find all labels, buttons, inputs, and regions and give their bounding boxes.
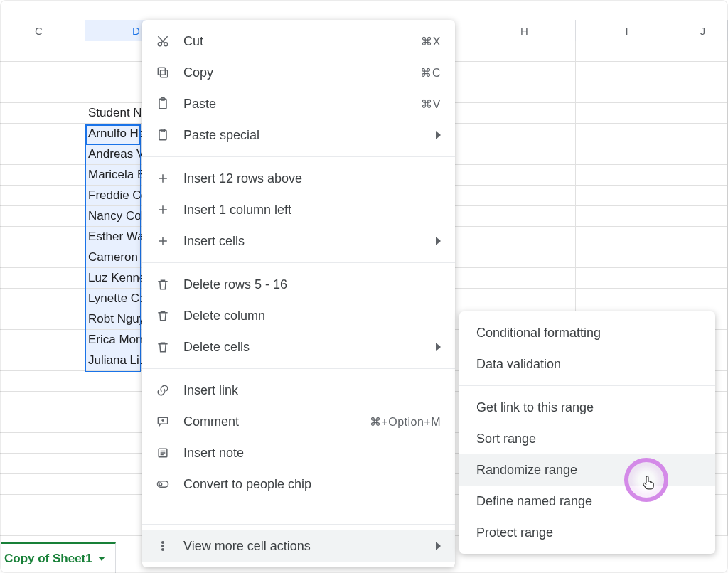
cell[interactable] <box>678 165 728 186</box>
cell[interactable] <box>0 454 85 474</box>
menu-label: Define named range <box>476 494 701 509</box>
context-submenu[interactable]: Conditional formatting Data validation G… <box>459 311 715 554</box>
menu-divider <box>142 524 455 525</box>
cell[interactable] <box>576 103 678 124</box>
cell[interactable] <box>0 330 85 350</box>
menu-comment[interactable]: Comment ⌘+Option+M <box>142 406 455 437</box>
cell[interactable] <box>678 62 728 82</box>
cell[interactable] <box>0 124 85 144</box>
menu-label: Delete cells <box>183 340 427 355</box>
submenu-conditional-formatting[interactable]: Conditional formatting <box>459 317 715 348</box>
column-header[interactable]: C <box>0 20 85 41</box>
submenu-data-validation[interactable]: Data validation <box>459 348 715 380</box>
cell[interactable] <box>0 371 85 392</box>
cell[interactable] <box>0 82 85 103</box>
cell[interactable] <box>0 495 85 515</box>
context-menu[interactable]: Cut ⌘X Copy ⌘C Paste ⌘V Paste special <box>142 20 455 567</box>
cell[interactable] <box>0 41 85 62</box>
cell[interactable] <box>473 41 576 62</box>
cell[interactable] <box>0 144 85 165</box>
cell[interactable] <box>576 41 678 62</box>
menu-insert-rows[interactable]: Insert 12 rows above <box>142 163 455 194</box>
menu-view-more-cell-actions[interactable]: View more cell actions <box>142 530 455 562</box>
cell[interactable] <box>576 247 678 268</box>
cell[interactable] <box>678 206 728 227</box>
cell[interactable] <box>678 124 728 144</box>
menu-insert-cells[interactable]: Insert cells <box>142 225 455 257</box>
cell[interactable] <box>576 289 678 309</box>
cell[interactable] <box>0 165 85 186</box>
cell[interactable] <box>0 186 85 206</box>
menu-insert-link[interactable]: Insert link <box>142 375 455 406</box>
menu-paste[interactable]: Paste ⌘V <box>142 88 455 119</box>
cell[interactable] <box>576 227 678 247</box>
menu-delete-rows[interactable]: Delete rows 5 - 16 <box>142 269 455 300</box>
cell[interactable] <box>0 515 85 536</box>
menu-label: Protect range <box>476 525 701 540</box>
cell[interactable] <box>576 82 678 103</box>
cell[interactable] <box>0 206 85 227</box>
cell[interactable] <box>473 144 576 165</box>
cell[interactable] <box>473 82 576 103</box>
cell[interactable] <box>576 206 678 227</box>
cell[interactable] <box>0 103 85 124</box>
cell[interactable] <box>576 144 678 165</box>
cell[interactable] <box>678 186 728 206</box>
menu-delete-column[interactable]: Delete column <box>142 300 455 331</box>
cell[interactable] <box>678 227 728 247</box>
cell[interactable] <box>576 186 678 206</box>
submenu-randomize-range[interactable]: Randomize range <box>459 454 715 486</box>
cell[interactable] <box>678 247 728 268</box>
menu-copy[interactable]: Copy ⌘C <box>142 57 455 88</box>
cell[interactable] <box>0 433 85 454</box>
cell[interactable] <box>678 82 728 103</box>
chevron-down-icon[interactable] <box>98 557 105 561</box>
cell[interactable] <box>0 309 85 330</box>
menu-delete-cells[interactable]: Delete cells <box>142 331 455 363</box>
cell[interactable] <box>473 62 576 82</box>
cell[interactable] <box>576 165 678 186</box>
column-header[interactable]: J <box>678 20 728 41</box>
cell[interactable] <box>0 247 85 268</box>
cell[interactable] <box>0 392 85 412</box>
cell[interactable] <box>473 247 576 268</box>
cell[interactable] <box>0 412 85 433</box>
svg-rect-2 <box>161 70 168 77</box>
cell[interactable] <box>0 62 85 82</box>
column-header[interactable]: H <box>473 20 576 41</box>
cell[interactable] <box>0 350 85 371</box>
cell[interactable] <box>0 268 85 289</box>
cell[interactable] <box>678 41 728 62</box>
cell[interactable] <box>473 268 576 289</box>
cell[interactable] <box>473 206 576 227</box>
column-header[interactable]: I <box>576 20 678 41</box>
sheet-tab-active[interactable]: Copy of Sheet1 <box>1 542 116 573</box>
cell[interactable] <box>576 62 678 82</box>
cell[interactable] <box>473 124 576 144</box>
submenu-protect-range[interactable]: Protect range <box>459 517 715 548</box>
menu-shortcut: ⌘X <box>421 35 441 48</box>
cell[interactable] <box>0 227 85 247</box>
menu-insert-column[interactable]: Insert 1 column left <box>142 194 455 225</box>
cell[interactable] <box>678 103 728 124</box>
cell[interactable] <box>678 268 728 289</box>
submenu-sort-range[interactable]: Sort range <box>459 423 715 454</box>
cell[interactable] <box>678 289 728 309</box>
cell[interactable] <box>473 186 576 206</box>
menu-paste-special[interactable]: Paste special <box>142 119 455 151</box>
svg-rect-3 <box>158 68 165 75</box>
menu-cut[interactable]: Cut ⌘X <box>142 26 455 57</box>
cell[interactable] <box>0 289 85 309</box>
submenu-define-named-range[interactable]: Define named range <box>459 486 715 517</box>
cell[interactable] <box>678 144 728 165</box>
menu-people-chip[interactable]: Convert to people chip <box>142 468 455 500</box>
submenu-get-link[interactable]: Get link to this range <box>459 392 715 423</box>
cell[interactable] <box>473 289 576 309</box>
cell[interactable] <box>576 124 678 144</box>
cell[interactable] <box>0 474 85 495</box>
cell[interactable] <box>473 227 576 247</box>
cell[interactable] <box>473 103 576 124</box>
menu-insert-note[interactable]: Insert note <box>142 437 455 468</box>
cell[interactable] <box>576 268 678 289</box>
cell[interactable] <box>473 165 576 186</box>
